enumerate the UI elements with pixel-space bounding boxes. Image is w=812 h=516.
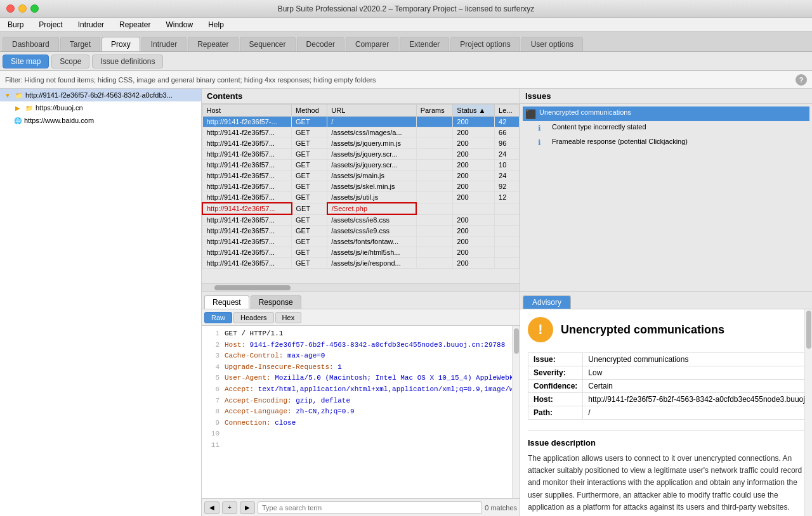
- tree-label-baidu: https://www.baidu.com: [24, 117, 94, 124]
- table-row: http://9141-f2e36f57...: [202, 258, 292, 269]
- issue-item-unencrypted[interactable]: ⬛ Unencrypted communications: [523, 106, 809, 121]
- advisory-panel: Advisory ! Unencrypted communications Is…: [520, 292, 812, 516]
- col-url[interactable]: URL: [327, 105, 417, 117]
- advisory-title: Unencrypted communications: [561, 323, 724, 337]
- request-line: 1GET / HTTP/1.1: [204, 328, 509, 340]
- sub-tab-raw[interactable]: Raw: [204, 312, 232, 323]
- table-row: http://9141-f2e36f57...: [202, 181, 292, 192]
- issue-label-frameable: Frameable response (potential Clickjacki…: [552, 138, 688, 145]
- col-params[interactable]: Params: [416, 105, 453, 117]
- filter-text[interactable]: Filter: Hiding not found items; hiding C…: [5, 76, 376, 84]
- table-row[interactable]: http://9141-f2e36f57...GET/assets/js/jqu…: [202, 149, 520, 160]
- request-vscroll-thumb: [514, 328, 519, 354]
- traffic-lights: [6, 4, 39, 13]
- issues-list: ⬛ Unencrypted communications ℹ Content t…: [520, 104, 812, 291]
- advisory-row-host: Host: http://9141-f2e36f57-6b2f-4563-834…: [528, 393, 813, 406]
- request-vscrollbar[interactable]: [512, 326, 520, 498]
- request-line: 3Cache-Control: max-age=0: [204, 351, 509, 362]
- table-row[interactable]: http://9141-f2e36f57...GET/assets/js/mai…: [202, 171, 520, 181]
- search-input[interactable]: [258, 501, 482, 514]
- tab-extender[interactable]: Extender: [400, 37, 449, 51]
- issue-item-frameable[interactable]: ℹ Frameable response (potential Clickjac…: [523, 136, 809, 150]
- table-row[interactable]: http://9141-f2e36f57...GET/Secret.php: [202, 203, 520, 214]
- req-tab-response[interactable]: Response: [251, 295, 301, 309]
- folder-icon-2: 📁: [24, 103, 34, 113]
- tab-target[interactable]: Target: [60, 37, 100, 51]
- nav-add-button[interactable]: +: [222, 501, 237, 514]
- menu-burp[interactable]: Burp: [5, 19, 26, 30]
- tree-item-root[interactable]: ▼ 📁 http://9141-f2e36f57-6b2f-4563-8342-…: [0, 89, 201, 101]
- req-tab-request[interactable]: Request: [204, 295, 249, 309]
- advisory-field-issue-value: Unencrypted communications: [583, 353, 812, 366]
- menu-intruder[interactable]: Intruder: [75, 19, 107, 30]
- matches-label: 0 matches: [485, 504, 517, 512]
- tab-decoder[interactable]: Decoder: [297, 37, 344, 51]
- table-row[interactable]: http://9141-f2e36f57-...GET/20042: [202, 117, 520, 127]
- close-button[interactable]: [6, 4, 15, 13]
- folder-expand-icon-2: ▶: [13, 103, 23, 113]
- table-row[interactable]: http://9141-f2e36f57...GET/assets/css/ie…: [202, 226, 520, 236]
- tab-comparer[interactable]: Comparer: [346, 37, 398, 51]
- issue-item-content-type[interactable]: ℹ Content type incorrectly stated: [523, 121, 809, 136]
- sec-tab-scope[interactable]: Scope: [51, 55, 89, 68]
- advisory-field-path-label: Path:: [528, 406, 583, 420]
- tab-user-options[interactable]: User options: [521, 37, 583, 51]
- sec-tab-issues[interactable]: Issue definitions: [92, 55, 163, 68]
- minimize-button[interactable]: [18, 4, 27, 13]
- contents-header: Contents: [202, 89, 520, 104]
- tab-dashboard[interactable]: Dashboard: [3, 37, 59, 51]
- menu-window[interactable]: Window: [163, 19, 195, 30]
- menu-help[interactable]: Help: [206, 19, 226, 30]
- tab-project-options[interactable]: Project options: [450, 37, 520, 51]
- tab-sequencer[interactable]: Sequencer: [240, 37, 296, 51]
- nav-next-button[interactable]: ▶: [240, 501, 255, 514]
- window-title: Burp Suite Professional v2020.2 – Tempor…: [278, 4, 535, 13]
- title-bar: Burp Suite Professional v2020.2 – Tempor…: [0, 0, 812, 18]
- table-row[interactable]: http://9141-f2e36f57...GET/assets/js/jqu…: [202, 160, 520, 171]
- table-row[interactable]: http://9141-f2e36f57...GET/assets/js/jqu…: [202, 138, 520, 149]
- menu-repeater[interactable]: Repeater: [117, 19, 153, 30]
- table-row[interactable]: http://9141-f2e36f57...GET/assets/js/ske…: [202, 181, 520, 192]
- tab-proxy[interactable]: Proxy: [102, 37, 140, 51]
- table-row: http://9141-f2e36f57...: [202, 149, 292, 160]
- table-row[interactable]: http://9141-f2e36f57...GET/assets/js/ie/…: [202, 247, 520, 258]
- request-content-wrapper: 1GET / HTTP/1.12Host: 9141-f2e36f57-6b2f…: [202, 326, 520, 498]
- request-content[interactable]: 1GET / HTTP/1.12Host: 9141-f2e36f57-6b2f…: [202, 326, 512, 498]
- table-row: http://9141-f2e36f57-...: [202, 117, 292, 127]
- advisory-field-issue-label: Issue:: [528, 353, 583, 366]
- request-line: 7Accept-Encoding: gzip, deflate: [204, 396, 509, 407]
- filter-help-icon[interactable]: ?: [796, 74, 807, 86]
- request-tab-bar: Request Response: [202, 292, 520, 309]
- advisory-row-confidence: Confidence: Certain: [528, 380, 813, 393]
- issue-label-unencrypted: Unencrypted communications: [539, 108, 631, 116]
- sub-tab-headers[interactable]: Headers: [233, 312, 274, 323]
- advisory-divider: [528, 430, 804, 430]
- tree-label-buuoj: https://buuoj.cn: [36, 104, 83, 112]
- tab-intruder[interactable]: Intruder: [141, 37, 187, 51]
- tree-item-baidu[interactable]: 🌐 https://www.baidu.com: [0, 114, 201, 127]
- sec-tab-sitemap[interactable]: Site map: [3, 55, 49, 68]
- table-row[interactable]: http://9141-f2e36f57...GET/assets/js/uti…: [202, 192, 520, 203]
- advisory-content[interactable]: ! Unencrypted communications Issue: Unen…: [520, 309, 812, 516]
- maximize-button[interactable]: [30, 4, 39, 13]
- horizontal-scrollbar[interactable]: [202, 283, 520, 291]
- tab-repeater[interactable]: Repeater: [188, 37, 238, 51]
- col-status[interactable]: Status ▲: [453, 105, 495, 117]
- advisory-tab[interactable]: Advisory: [523, 295, 571, 309]
- table-row[interactable]: http://9141-f2e36f57...GET/assets/css/ie…: [202, 214, 520, 226]
- col-len[interactable]: Le...: [495, 105, 520, 117]
- table-row: http://9141-f2e36f57...: [202, 192, 292, 203]
- page-icon: 🌐: [13, 115, 23, 126]
- col-method[interactable]: Method: [292, 105, 327, 117]
- tree-item-buuoj[interactable]: ▶ 📁 https://buuoj.cn: [0, 101, 201, 114]
- table-row[interactable]: http://9141-f2e36f57...GET/assets/css/im…: [202, 127, 520, 138]
- table-row[interactable]: http://9141-f2e36f57...GET/assets/js/ie/…: [202, 258, 520, 269]
- request-line: 9Connection: close: [204, 418, 509, 429]
- advisory-scrollbar[interactable]: [804, 309, 812, 516]
- col-host[interactable]: Host: [202, 105, 292, 117]
- sub-tab-hex[interactable]: Hex: [275, 312, 302, 323]
- contents-table-container[interactable]: Host Method URL Params Status ▲ Le... ht…: [202, 104, 520, 283]
- nav-prev-button[interactable]: ◀: [204, 501, 219, 514]
- table-row[interactable]: http://9141-f2e36f57...GET/assets/fonts/…: [202, 236, 520, 247]
- menu-project[interactable]: Project: [36, 19, 65, 30]
